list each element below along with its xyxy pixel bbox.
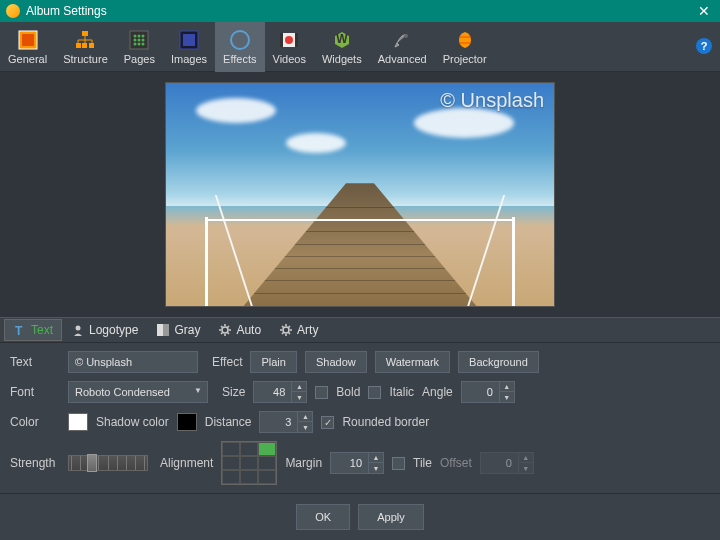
tab-effects[interactable]: Effects bbox=[215, 22, 264, 72]
svg-rect-4 bbox=[82, 43, 87, 48]
titlebar: Album Settings ✕ bbox=[0, 0, 720, 22]
svg-point-11 bbox=[138, 38, 141, 41]
rounded-label: Rounded border bbox=[342, 415, 429, 429]
effects-icon bbox=[229, 29, 251, 51]
svg-rect-3 bbox=[76, 43, 81, 48]
slider-thumb[interactable] bbox=[87, 454, 97, 472]
tab-images[interactable]: Images bbox=[163, 22, 215, 72]
chevron-up-icon[interactable]: ▲ bbox=[500, 382, 514, 392]
text-label: Text bbox=[10, 355, 60, 369]
chevron-up-icon[interactable]: ▲ bbox=[292, 382, 306, 392]
alignment-grid[interactable] bbox=[221, 441, 277, 485]
shadow-color-label: Shadow color bbox=[96, 415, 169, 429]
app-icon bbox=[6, 4, 20, 18]
tab-widgets[interactable]: W Widgets bbox=[314, 22, 370, 72]
tab-pages[interactable]: Pages bbox=[116, 22, 163, 72]
svg-rect-17 bbox=[183, 34, 195, 46]
text-input[interactable] bbox=[68, 351, 198, 373]
svg-point-15 bbox=[142, 42, 145, 45]
tab-videos[interactable]: Videos bbox=[265, 22, 314, 72]
svg-rect-1 bbox=[22, 34, 34, 46]
tab-structure[interactable]: Structure bbox=[55, 22, 116, 72]
tile-checkbox[interactable] bbox=[392, 457, 405, 470]
effect-label: Effect bbox=[212, 355, 242, 369]
svg-point-29 bbox=[222, 327, 228, 333]
italic-label: Italic bbox=[389, 385, 414, 399]
window-title: Album Settings bbox=[26, 4, 694, 18]
chevron-up-icon[interactable]: ▲ bbox=[298, 412, 312, 422]
font-label: Font bbox=[10, 385, 60, 399]
ok-button[interactable]: OK bbox=[296, 504, 350, 530]
effect-plain-button[interactable]: Plain bbox=[250, 351, 296, 373]
color-swatch[interactable] bbox=[68, 413, 88, 431]
effect-shadow-button[interactable]: Shadow bbox=[305, 351, 367, 373]
controls-panel: Text Effect Plain Shadow Watermark Backg… bbox=[0, 343, 720, 493]
svg-rect-2 bbox=[82, 31, 88, 36]
rounded-checkbox[interactable] bbox=[321, 416, 334, 429]
distance-spinner[interactable]: ▲▼ bbox=[259, 411, 313, 433]
effect-watermark-button[interactable]: Watermark bbox=[375, 351, 450, 373]
chevron-down-icon[interactable]: ▼ bbox=[500, 392, 514, 402]
svg-point-14 bbox=[138, 42, 141, 45]
general-icon bbox=[17, 29, 39, 51]
font-select[interactable]: Roboto Condensed bbox=[68, 381, 208, 403]
videos-icon bbox=[278, 29, 300, 51]
gray-icon bbox=[156, 323, 170, 337]
offset-label: Offset bbox=[440, 456, 472, 470]
shadow-color-swatch[interactable] bbox=[177, 413, 197, 431]
watermark-overlay: © Unsplash bbox=[440, 89, 544, 112]
svg-point-8 bbox=[138, 34, 141, 37]
text-icon: T bbox=[13, 323, 27, 337]
effect-background-button[interactable]: Background bbox=[458, 351, 539, 373]
close-icon[interactable]: ✕ bbox=[694, 3, 714, 19]
svg-point-22 bbox=[285, 36, 293, 44]
italic-checkbox[interactable] bbox=[368, 386, 381, 399]
subtab-text[interactable]: T Text bbox=[4, 319, 62, 341]
tab-general[interactable]: General bbox=[0, 22, 55, 72]
chevron-down-icon: ▼ bbox=[519, 463, 533, 473]
angle-spinner[interactable]: ▲▼ bbox=[461, 381, 515, 403]
chevron-up-icon[interactable]: ▲ bbox=[369, 453, 383, 463]
subtab-logotype[interactable]: Logotype bbox=[62, 319, 147, 341]
svg-rect-20 bbox=[280, 33, 283, 47]
size-label: Size bbox=[222, 385, 245, 399]
advanced-icon bbox=[391, 29, 413, 51]
svg-point-9 bbox=[142, 34, 145, 37]
chevron-down-icon[interactable]: ▼ bbox=[292, 392, 306, 402]
effects-subtabs: T Text Logotype Gray Auto Arty bbox=[0, 317, 720, 343]
main-toolbar: General Structure Pages Images Effects V… bbox=[0, 22, 720, 72]
color-label: Color bbox=[10, 415, 60, 429]
size-spinner[interactable]: ▲▼ bbox=[253, 381, 307, 403]
tile-label: Tile bbox=[413, 456, 432, 470]
svg-text:W: W bbox=[336, 32, 348, 46]
strength-label: Strength bbox=[10, 456, 60, 470]
subtab-auto[interactable]: Auto bbox=[209, 319, 270, 341]
structure-icon bbox=[74, 29, 96, 51]
tab-advanced[interactable]: Advanced bbox=[370, 22, 435, 72]
bold-label: Bold bbox=[336, 385, 360, 399]
pages-icon bbox=[128, 29, 150, 51]
svg-point-30 bbox=[283, 327, 289, 333]
chevron-up-icon: ▲ bbox=[519, 453, 533, 463]
bold-checkbox[interactable] bbox=[315, 386, 328, 399]
tab-projector[interactable]: Projector bbox=[435, 22, 495, 72]
gear-icon bbox=[218, 323, 232, 337]
subtab-arty[interactable]: Arty bbox=[270, 319, 327, 341]
svg-point-26 bbox=[76, 326, 81, 331]
angle-label: Angle bbox=[422, 385, 453, 399]
chevron-down-icon[interactable]: ▼ bbox=[369, 463, 383, 473]
svg-point-7 bbox=[134, 34, 137, 37]
strength-slider[interactable] bbox=[68, 455, 148, 471]
help-icon[interactable]: ? bbox=[696, 38, 712, 54]
projector-icon bbox=[454, 29, 476, 51]
margin-spinner[interactable]: ▲▼ bbox=[330, 452, 384, 474]
offset-spinner: ▲▼ bbox=[480, 452, 534, 474]
widgets-icon: W bbox=[331, 29, 353, 51]
apply-button[interactable]: Apply bbox=[358, 504, 424, 530]
margin-label: Margin bbox=[285, 456, 322, 470]
svg-point-10 bbox=[134, 38, 137, 41]
preview-area: © Unsplash bbox=[0, 72, 720, 317]
subtab-gray[interactable]: Gray bbox=[147, 319, 209, 341]
chevron-down-icon[interactable]: ▼ bbox=[298, 422, 312, 432]
images-icon bbox=[178, 29, 200, 51]
